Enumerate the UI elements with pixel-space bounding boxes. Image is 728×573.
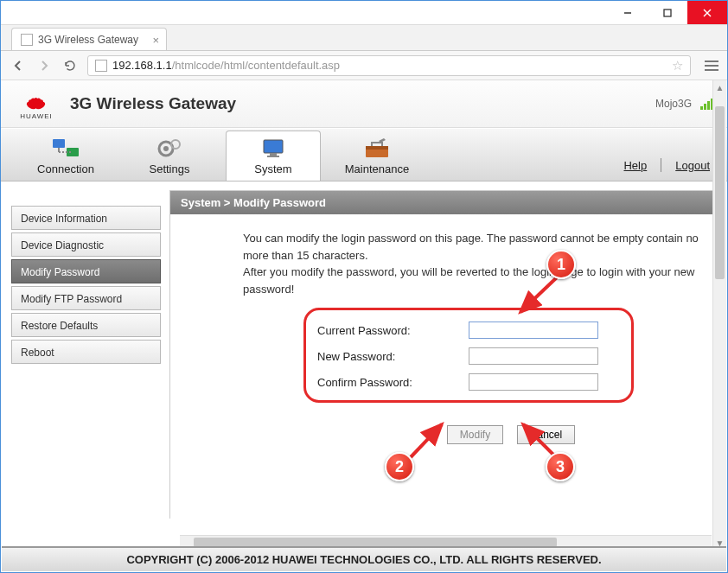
page-header: HUAWEI 3G Wireless Gateway Mojo3G [1,80,727,128]
svg-point-9 [163,146,169,151]
logout-link[interactable]: Logout [675,159,710,172]
browser-tab[interactable]: 3G Wireless Gateway × [11,28,167,50]
svg-rect-1 [664,10,671,16]
browser-tabstrip: 3G Wireless Gateway × [1,25,727,51]
signal-icon [700,98,713,110]
browser-toolbar: 192.168.1.1/htmlcode/html/contentdefault… [1,51,727,80]
help-link[interactable]: Help [623,159,647,172]
main-panel: System > Modify Password You can modify … [169,190,722,519]
network-name: Mojo3G [655,98,692,110]
huawei-logo: HUAWEI [15,87,58,120]
form-buttons: Modify Cancel [300,425,722,444]
sidebar-item-modify-ftp-password[interactable]: Modify FTP Password [11,286,161,310]
nav-label: Settings [150,162,190,175]
sidebar-item-modify-password[interactable]: Modify Password [11,259,161,283]
svg-rect-12 [270,153,277,156]
sidebar: Device Information Device Diagnostic Mod… [1,190,169,519]
vertical-scrollbar[interactable]: ▲ ▼ [712,80,726,550]
nav-label: Connection [37,162,94,175]
separator [661,158,661,172]
page-icon [21,34,33,46]
tab-title: 3G Wireless Gateway [38,34,138,46]
svg-rect-11 [264,140,283,153]
content-area: Device Information Device Diagnostic Mod… [1,181,727,519]
window-minimize-button[interactable] [608,1,648,24]
svg-rect-15 [366,146,388,150]
window-titlebar [1,1,727,25]
address-bar[interactable]: 192.168.1.1/htmlcode/html/contentdefault… [87,55,691,76]
nav-label: Maintenance [345,162,409,175]
description-text: You can modify the login password on thi… [170,214,722,309]
url-host: 192.168.1.1 [112,59,172,72]
breadcrumb: System > Modify Password [170,191,722,214]
sidebar-item-device-information[interactable]: Device Information [11,206,161,230]
toolbox-icon [362,137,392,160]
connection-icon [51,137,80,160]
annotation-box-1 [303,308,634,403]
monitor-icon [259,137,288,160]
nav-system[interactable]: System [226,131,321,181]
url-path: /htmlcode/html/contentdefault.asp [172,59,340,72]
annotation-arrow-2 [404,416,456,463]
page-content: HUAWEI 3G Wireless Gateway Mojo3G Connec… [1,80,727,519]
nav-settings[interactable]: Settings [122,131,217,181]
sidebar-item-device-diagnostic[interactable]: Device Diagnostic [11,232,161,257]
footer: COPYRIGHT (C) 2006-2012 HUAWEI TECHNOLOG… [2,546,726,571]
browser-menu-button[interactable] [705,60,718,71]
svg-line-17 [411,424,442,457]
site-icon [95,60,107,72]
main-nav: Connection Settings System Maintenance H… [1,128,727,181]
gear-icon [155,137,184,160]
annotation-badge-2: 2 [385,452,414,481]
password-form: Current Password: New Password: Confirm … [317,318,663,394]
annotation-badge-1: 1 [546,250,576,279]
brand-text: HUAWEI [20,112,53,120]
svg-line-16 [520,277,557,312]
reload-button[interactable] [61,57,79,74]
svg-rect-13 [267,156,279,157]
nav-maintenance[interactable]: Maintenance [329,131,425,181]
window-close-button[interactable] [687,1,727,24]
page-title: 3G Wireless Gateway [70,94,236,113]
bookmark-star-icon[interactable]: ☆ [672,58,683,73]
svg-line-18 [523,424,556,457]
nav-label: System [254,162,291,175]
sidebar-item-restore-defaults[interactable]: Restore Defaults [11,313,161,337]
nav-connection[interactable]: Connection [18,131,113,181]
tab-close-icon[interactable]: × [152,33,159,46]
sidebar-item-reboot[interactable]: Reboot [11,340,161,364]
svg-rect-4 [53,139,65,148]
window-maximize-button[interactable] [648,1,687,24]
annotation-badge-3: 3 [546,452,575,481]
forward-button[interactable] [35,57,53,74]
back-button[interactable] [10,57,27,74]
